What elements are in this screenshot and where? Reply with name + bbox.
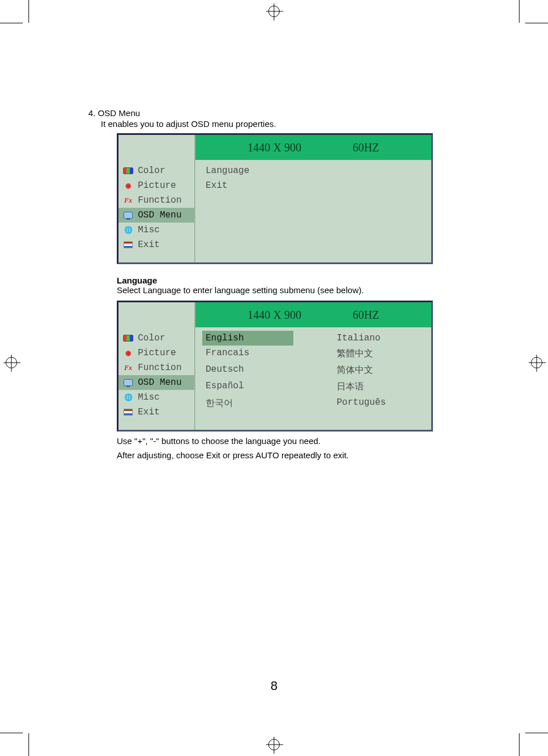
language-option-traditional-chinese[interactable]: 繁體中文 (333, 346, 424, 362)
sidebar-item-label: Function (138, 195, 182, 206)
osd-content-languages: English Italiano Francais 繁體中文 Deutsch 简… (195, 327, 431, 430)
language-option-korean[interactable]: 한국어 (202, 395, 293, 412)
sidebar-item-label: Misc (138, 225, 160, 235)
osd-sidebar: Color ◉ Picture Fx Function OSD Menu 🌐 M… (118, 160, 195, 262)
sidebar-item-exit[interactable]: Exit (118, 237, 194, 252)
sidebar-item-label: Exit (138, 240, 160, 250)
sidebar-item-label: Function (138, 363, 182, 373)
registration-mark-icon (531, 357, 542, 368)
fx-icon: Fx (123, 364, 133, 372)
language-heading: Language (117, 276, 459, 285)
language-option-simplified-chinese[interactable]: 简体中文 (333, 362, 424, 379)
picture-icon: ◉ (123, 182, 133, 190)
osd-sidebar: Color ◉ Picture Fx Function OSD Menu 🌐 M… (118, 327, 195, 430)
sidebar-item-function[interactable]: Fx Function (118, 360, 194, 375)
crop-mark (0, 23, 23, 23)
osd-logo (118, 135, 195, 160)
osd-refresh-rate: 60HZ (353, 309, 379, 322)
crop-mark (519, 0, 520, 23)
sidebar-item-label: OSD Menu (138, 377, 182, 388)
registration-mark-icon (268, 6, 280, 17)
picture-icon: ◉ (123, 349, 133, 357)
section-description: It enables you to adjust OSD menu proper… (101, 119, 459, 129)
instruction-text: After adjusting, choose Exit or press AU… (117, 450, 459, 460)
section-title: 4. OSD Menu (88, 108, 459, 118)
osd-header: 1440 X 900 60HZ (118, 135, 431, 160)
sidebar-item-label: Color (138, 333, 165, 343)
osd-panel-osdmenu: 1440 X 900 60HZ Color ◉ Picture Fx Funct… (117, 133, 433, 264)
language-option-portuguese[interactable]: Português (333, 395, 424, 412)
language-option-italiano[interactable]: Italiano (333, 331, 424, 346)
sidebar-item-osdmenu[interactable]: OSD Menu (118, 208, 194, 223)
monitor-icon (123, 211, 133, 219)
page-number: 8 (0, 679, 548, 693)
exit-icon (123, 408, 133, 416)
sidebar-item-misc[interactable]: 🌐 Misc (118, 223, 194, 237)
language-option-deutsch[interactable]: Deutsch (202, 362, 293, 379)
osd-resolution: 1440 X 900 (247, 309, 301, 322)
monitor-icon (123, 379, 133, 387)
language-option-espanol[interactable]: Español (202, 379, 293, 395)
fx-icon: Fx (123, 196, 133, 204)
instruction-text: Use "+", "-" buttons to choose the langu… (117, 436, 459, 446)
crop-mark (525, 23, 548, 23)
rgb-icon (123, 167, 133, 175)
sidebar-item-label: Exit (138, 407, 160, 417)
registration-mark-icon (6, 357, 17, 368)
language-description: Select Language to enter language settin… (117, 285, 459, 295)
crop-mark (28, 0, 29, 23)
globe-icon: 🌐 (123, 226, 133, 234)
sidebar-item-function[interactable]: Fx Function (118, 193, 194, 208)
language-option-francais[interactable]: Francais (202, 346, 293, 362)
sidebar-item-osdmenu[interactable]: OSD Menu (118, 375, 194, 390)
sidebar-item-label: Picture (138, 348, 176, 358)
crop-mark (0, 733, 23, 733)
language-option-japanese[interactable]: 日本语 (333, 379, 424, 395)
crop-mark (519, 733, 520, 756)
osd-option-exit[interactable]: Exit (202, 178, 424, 193)
sidebar-item-picture[interactable]: ◉ Picture (118, 178, 194, 193)
sidebar-item-picture[interactable]: ◉ Picture (118, 346, 194, 360)
osd-panel-language: 1440 X 900 60HZ Color ◉ Picture Fx Funct… (117, 301, 433, 432)
sidebar-item-color[interactable]: Color (118, 163, 194, 178)
sidebar-item-label: Color (138, 166, 165, 176)
osd-refresh-rate: 60HZ (353, 141, 379, 154)
osd-logo (118, 302, 195, 327)
sidebar-item-label: OSD Menu (138, 210, 182, 220)
osd-option-language[interactable]: Language (202, 163, 424, 178)
sidebar-item-color[interactable]: Color (118, 331, 194, 346)
globe-icon: 🌐 (123, 393, 133, 401)
osd-content: Language Exit (195, 160, 431, 262)
sidebar-item-label: Picture (138, 180, 176, 191)
rgb-icon (123, 334, 133, 342)
sidebar-item-misc[interactable]: 🌐 Misc (118, 390, 194, 405)
osd-header: 1440 X 900 60HZ (118, 302, 431, 327)
osd-resolution: 1440 X 900 (247, 141, 301, 154)
registration-mark-icon (268, 739, 280, 750)
crop-mark (525, 733, 548, 733)
crop-mark (28, 733, 29, 756)
sidebar-item-label: Misc (138, 392, 160, 402)
exit-icon (123, 241, 133, 249)
language-option-english[interactable]: English (202, 331, 293, 346)
sidebar-item-exit[interactable]: Exit (118, 405, 194, 420)
